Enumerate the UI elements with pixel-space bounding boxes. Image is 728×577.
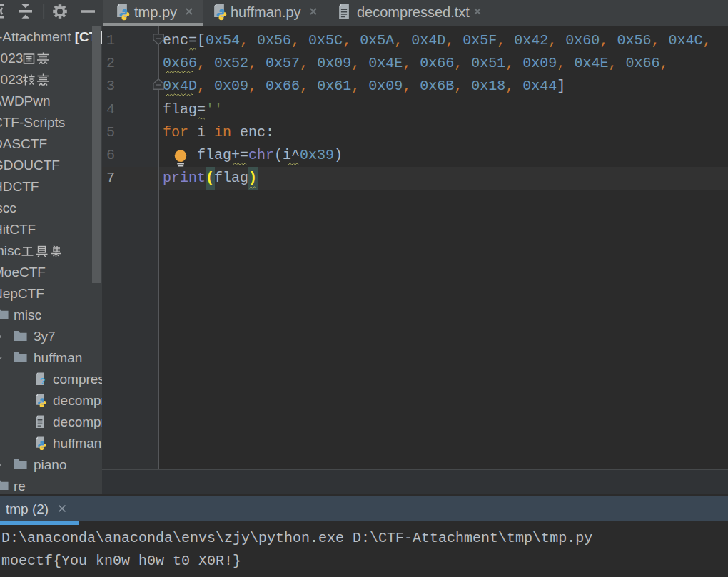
svg-text:?: ?: [39, 376, 45, 387]
